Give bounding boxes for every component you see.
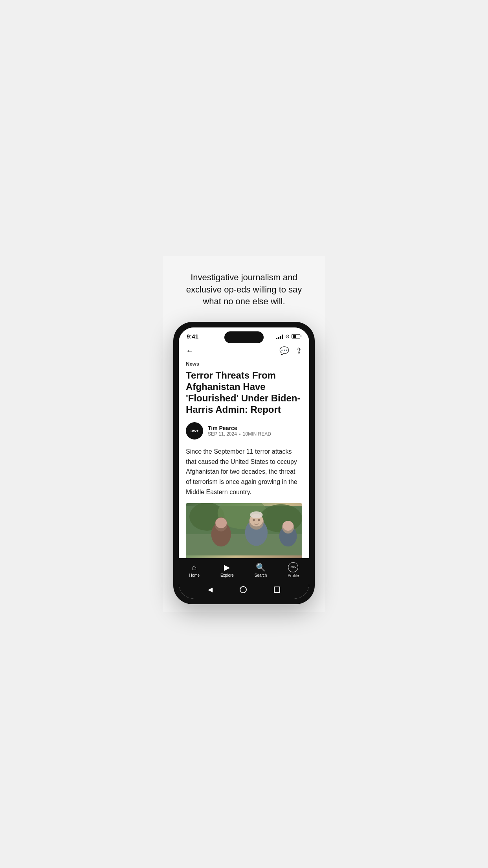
phone-screen: 9:41 ⊜ [179,327,309,599]
nav-search-label: Search [255,573,267,577]
signal-icon [276,334,283,339]
share-icon[interactable]: ⇪ [295,346,302,355]
read-time: 10MIN READ [243,431,271,437]
article-date: SEP 11, 2024 [208,431,237,437]
nav-profile-label: Profile [288,574,299,578]
explore-icon: ▶ [224,563,230,572]
page-wrapper: Investigative journalism and exclusive o… [163,256,325,612]
svg-point-7 [215,518,227,528]
back-system-btn[interactable]: ◀ [208,586,213,593]
wifi-icon: ⊜ [285,333,290,339]
tagline: Investigative journalism and exclusive o… [181,272,307,308]
dynamic-island [224,331,264,343]
nav-item-home[interactable]: ⌂ Home [189,563,200,577]
status-icons: ⊜ [276,333,301,339]
article-category: News [186,361,302,367]
svg-point-12 [253,519,255,521]
profile-avatar: DW+ [288,562,298,572]
author-avatar: DW+ [186,422,203,440]
phone-frame: 9:41 ⊜ [173,322,315,604]
nav-home-label: Home [189,573,200,577]
nav-explore-label: Explore [220,573,234,577]
article-image [186,503,302,558]
svg-point-11 [250,511,262,519]
author-row: DW+ Tim Pearce SEP 11, 2024 10MIN READ [186,422,302,440]
nav-item-profile[interactable]: DW+ Profile [288,562,299,578]
article-meta: SEP 11, 2024 10MIN READ [208,431,271,437]
author-info: Tim Pearce SEP 11, 2024 10MIN READ [208,425,271,437]
article-title: Terror Threats From Afghanistan Have 'Fl… [186,370,302,415]
home-icon: ⌂ [192,563,197,572]
system-nav: ◀ [179,583,309,599]
search-icon: 🔍 [256,563,266,572]
nav-item-search[interactable]: 🔍 Search [255,563,267,577]
battery-icon [292,334,301,338]
nav-item-explore[interactable]: ▶ Explore [220,563,234,577]
status-bar: 9:41 ⊜ [179,327,309,343]
recents-system-btn[interactable] [274,587,280,593]
svg-point-13 [258,519,260,521]
nav-actions: 💬 ⇪ [279,346,302,355]
nav-header: ← 💬 ⇪ [179,343,309,359]
status-time: 9:41 [187,333,198,340]
meta-separator [239,434,240,435]
article-image-svg [186,503,302,558]
back-button[interactable]: ← [186,346,194,355]
home-system-btn[interactable] [240,586,247,593]
svg-point-16 [283,521,294,531]
article-body: Since the September 11 terror attacks th… [186,447,302,497]
article-content: News Terror Threats From Afghanistan Hav… [179,359,309,558]
author-name: Tim Pearce [208,425,271,431]
bottom-nav: ⌂ Home ▶ Explore 🔍 Search DW+ Profile [179,558,309,583]
comment-icon[interactable]: 💬 [279,346,289,355]
